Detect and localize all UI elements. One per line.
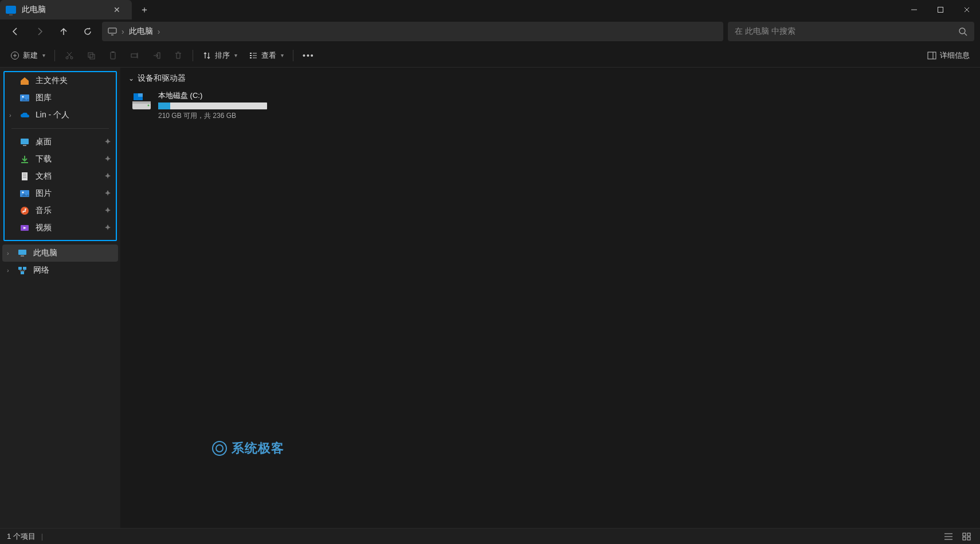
- svg-rect-28: [928, 52, 936, 59]
- maximize-button[interactable]: [927, 0, 954, 19]
- breadcrumb-current[interactable]: 此电脑: [129, 26, 153, 37]
- drive-subtitle: 210 GB 可用，共 236 GB: [158, 111, 275, 121]
- status-bar: 1 个项目 |: [0, 528, 980, 544]
- svg-rect-33: [23, 145, 26, 146]
- new-tab-button[interactable]: ＋: [132, 4, 157, 16]
- watermark-logo-icon: [212, 441, 227, 456]
- svg-point-31: [22, 96, 24, 98]
- close-window-button[interactable]: [954, 0, 980, 19]
- sidebar-item-videos[interactable]: 视频: [5, 219, 116, 236]
- sidebar-item-label: 图库: [36, 93, 52, 103]
- sidebar-highlighted-group: 主文件夹 图库 › Lin - 个人 桌面 下载: [3, 71, 117, 241]
- drive-icon: [131, 90, 152, 112]
- paste-button[interactable]: [103, 46, 123, 65]
- svg-rect-19: [131, 54, 137, 57]
- sidebar-item-downloads[interactable]: 下载: [5, 151, 116, 168]
- videos-icon: [19, 223, 30, 232]
- refresh-button[interactable]: [78, 22, 97, 41]
- more-button[interactable]: •••: [298, 46, 319, 65]
- drive-usage-bar: [158, 103, 267, 109]
- sidebar-item-pictures[interactable]: 图片: [5, 185, 116, 202]
- svg-rect-17: [111, 52, 115, 59]
- share-button[interactable]: [147, 46, 166, 65]
- sidebar-item-label: 图片: [36, 188, 52, 199]
- svg-point-11: [66, 57, 68, 59]
- command-bar: 新建 ▾ 排序 ▾ 查看 ▾ ••• 详细信息: [0, 44, 980, 68]
- share-icon: [152, 51, 161, 60]
- new-button[interactable]: 新建 ▾: [6, 46, 50, 65]
- downloads-icon: [19, 155, 30, 164]
- desktop-icon: [19, 137, 30, 147]
- view-button[interactable]: 查看 ▾: [244, 46, 288, 65]
- sidebar-item-desktop[interactable]: 桌面: [5, 133, 116, 151]
- up-button[interactable]: [54, 22, 73, 41]
- sidebar-item-onedrive[interactable]: › Lin - 个人: [5, 107, 116, 124]
- search-input[interactable]: 在 此电脑 中搜索: [728, 22, 974, 41]
- sidebar-item-label: 文档: [36, 171, 52, 182]
- monitor-icon: [6, 6, 16, 14]
- tab-thispc[interactable]: 此电脑 ✕: [0, 0, 132, 19]
- onedrive-icon: [19, 111, 30, 120]
- svg-line-14: [67, 52, 71, 57]
- minimize-button[interactable]: [901, 0, 927, 19]
- svg-line-13: [68, 52, 72, 57]
- svg-rect-18: [112, 52, 114, 53]
- documents-icon: [19, 172, 30, 181]
- sidebar-item-label: 视频: [36, 223, 52, 233]
- sidebar-item-network[interactable]: › 网络: [2, 262, 118, 279]
- clipboard-icon: [108, 51, 117, 60]
- svg-rect-59: [967, 537, 970, 540]
- section-devices-drives[interactable]: ⌄ 设备和驱动器: [128, 73, 972, 84]
- back-button[interactable]: [6, 22, 25, 41]
- sidebar-item-label: 下载: [36, 154, 52, 164]
- forward-button[interactable]: [30, 22, 49, 41]
- gallery-icon: [19, 93, 30, 103]
- pin-icon: [104, 223, 111, 232]
- svg-line-7: [965, 33, 967, 36]
- tab-close-button[interactable]: ✕: [110, 4, 124, 15]
- sidebar-item-gallery[interactable]: 图库: [5, 89, 116, 107]
- sidebar-item-music[interactable]: 音乐: [5, 202, 116, 219]
- status-separator: |: [41, 532, 43, 541]
- sort-label: 排序: [215, 50, 230, 61]
- svg-point-40: [22, 192, 24, 194]
- sidebar-item-label: Lin - 个人: [36, 110, 69, 120]
- main-area: 主文件夹 图库 › Lin - 个人 桌面 下载: [0, 68, 980, 528]
- pin-icon: [104, 189, 111, 198]
- trash-icon: [174, 51, 183, 60]
- svg-rect-45: [18, 267, 22, 270]
- breadcrumb: › 此电脑 ›: [108, 26, 162, 37]
- drive-info: 本地磁盘 (C:) 210 GB 可用，共 236 GB: [158, 90, 275, 121]
- svg-point-41: [21, 207, 29, 215]
- svg-point-6: [959, 28, 965, 34]
- title-bar: 此电脑 ✕ ＋: [0, 0, 980, 19]
- sidebar-item-thispc[interactable]: › 此电脑: [2, 245, 118, 262]
- chevron-right-icon: ›: [121, 27, 124, 36]
- navigation-sidebar: 主文件夹 图库 › Lin - 个人 桌面 下载: [0, 68, 120, 528]
- details-view-button[interactable]: [942, 531, 955, 542]
- chevron-right-icon: ›: [158, 27, 160, 36]
- copy-button[interactable]: [81, 46, 101, 65]
- ellipsis-icon: •••: [303, 51, 315, 60]
- pin-icon: [104, 137, 111, 147]
- cut-button[interactable]: [60, 46, 79, 65]
- sidebar-item-documents[interactable]: 文档: [5, 168, 116, 185]
- sidebar-item-home[interactable]: 主文件夹: [5, 72, 116, 89]
- svg-rect-32: [21, 139, 29, 144]
- delete-button[interactable]: [168, 46, 188, 65]
- address-bar[interactable]: › 此电脑 ›: [102, 22, 723, 41]
- sidebar-item-label: 桌面: [36, 137, 52, 147]
- details-pane-button[interactable]: 详细信息: [923, 46, 974, 65]
- section-title: 设备和驱动器: [138, 73, 186, 84]
- drive-usage-fill: [158, 103, 170, 109]
- watermark: 系统极客: [212, 440, 284, 457]
- svg-rect-4: [108, 28, 116, 33]
- chevron-right-icon: ›: [7, 267, 9, 274]
- tiles-view-button[interactable]: [961, 531, 973, 542]
- tab-strip: 此电脑 ✕ ＋: [0, 0, 157, 19]
- rename-button[interactable]: [125, 46, 144, 65]
- drive-label: 本地磁盘 (C:): [158, 90, 275, 101]
- svg-rect-15: [88, 53, 93, 57]
- sort-button[interactable]: 排序 ▾: [198, 46, 242, 65]
- drive-item-c[interactable]: 本地磁盘 (C:) 210 GB 可用，共 236 GB: [128, 88, 277, 123]
